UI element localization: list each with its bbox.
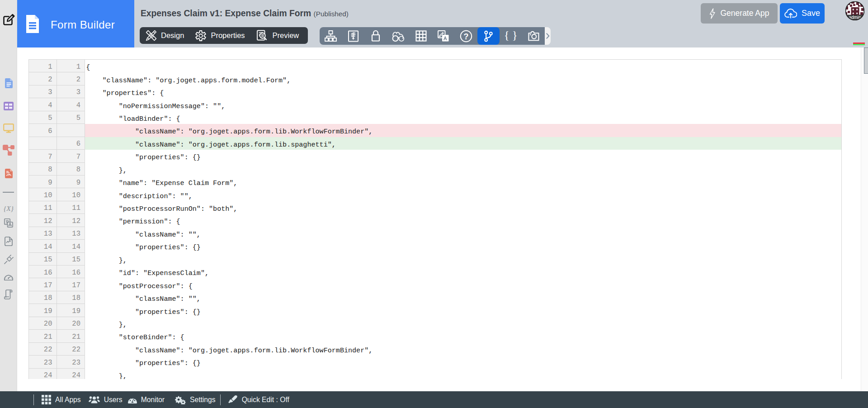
svg-text:?: ? xyxy=(463,32,468,41)
